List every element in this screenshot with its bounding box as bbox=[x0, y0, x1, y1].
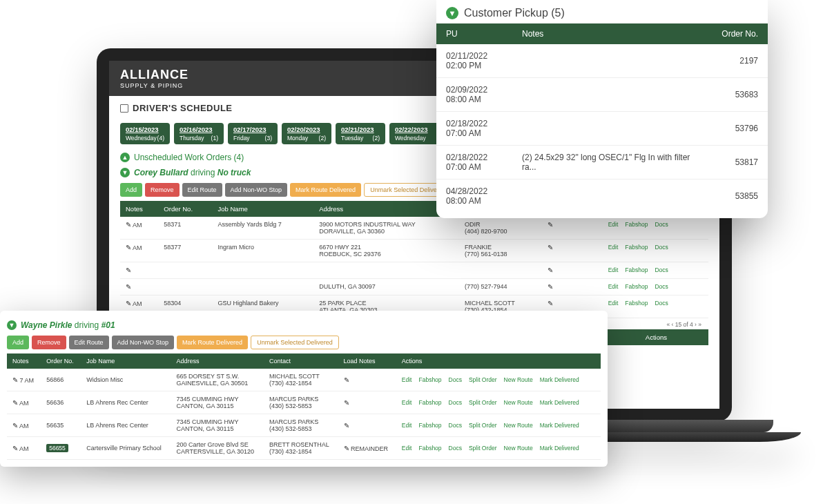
date-pill[interactable]: 02/17/2023Friday(3) bbox=[228, 123, 278, 144]
mark-del-link[interactable]: Mark Delivered bbox=[540, 445, 586, 452]
fabshop-link[interactable]: Fabshop bbox=[418, 422, 448, 429]
edit-link[interactable]: Edit bbox=[608, 283, 626, 290]
pencil-icon[interactable]: ✎ bbox=[126, 266, 131, 274]
docs-link[interactable]: Docs bbox=[655, 221, 675, 228]
pencil-icon[interactable]: ✎ bbox=[344, 376, 349, 384]
col-header[interactable]: Contact bbox=[264, 353, 338, 369]
fabshop-link[interactable]: Fabshop bbox=[418, 376, 448, 383]
date-pill[interactable]: 02/20/2023Monday(2) bbox=[282, 123, 331, 144]
new-route-link[interactable]: New Route bbox=[504, 399, 540, 406]
fabshop-link[interactable]: Fabshop bbox=[625, 221, 655, 228]
pencil-icon[interactable]: ✎ bbox=[344, 445, 349, 452]
fabshop-link[interactable]: Fabshop bbox=[625, 300, 655, 307]
add-non-wo-button[interactable]: Add Non-WO Stop bbox=[225, 183, 288, 197]
mark-del-link[interactable]: Mark Delivered bbox=[540, 422, 586, 429]
docs-link[interactable]: Docs bbox=[655, 266, 675, 273]
mark-delivered-button[interactable]: Mark Route Delivered bbox=[177, 336, 248, 349]
unscheduled-label[interactable]: Unscheduled Work Orders (4) bbox=[134, 153, 244, 162]
pencil-icon[interactable]: ✎ bbox=[12, 445, 18, 452]
pickup-row[interactable]: 02/18/202207:00 AM(2) 24.5x29 32" long O… bbox=[436, 146, 768, 180]
chevron-down-icon[interactable]: ▼ bbox=[7, 320, 17, 330]
col-header[interactable]: Order No. bbox=[158, 201, 212, 217]
mark-del-link[interactable]: Mark Delivered bbox=[540, 399, 586, 406]
date-pill[interactable]: 02/21/2023Tuesday(2) bbox=[336, 123, 385, 144]
edit-link[interactable]: Edit bbox=[608, 221, 626, 228]
pencil-icon[interactable]: ✎ bbox=[12, 376, 18, 384]
edit-link[interactable]: Edit bbox=[402, 399, 419, 406]
edit-link[interactable]: Edit bbox=[608, 300, 626, 307]
add-button[interactable]: Add bbox=[120, 183, 142, 197]
date-pill[interactable]: 02/22/2023Wednesday bbox=[389, 123, 439, 144]
table-row: ✎ DULUTH, GA 30097 (770) 527-7944 ✎ Edit… bbox=[120, 279, 708, 295]
new-route-link[interactable]: New Route bbox=[504, 376, 540, 383]
fabshop-link[interactable]: Fabshop bbox=[625, 283, 655, 290]
add-button[interactable]: Add bbox=[7, 336, 29, 349]
col-header[interactable]: Address bbox=[171, 353, 264, 369]
pencil-icon[interactable]: ✎ bbox=[126, 283, 131, 291]
pencil-icon[interactable]: ✎ bbox=[12, 399, 18, 407]
remove-button[interactable]: Remove bbox=[145, 183, 180, 197]
edit-link[interactable]: Edit bbox=[402, 376, 419, 383]
pencil-icon[interactable]: ✎ bbox=[126, 221, 131, 229]
docs-link[interactable]: Docs bbox=[655, 300, 675, 307]
docs-link[interactable]: Docs bbox=[655, 244, 675, 251]
docs-link[interactable]: Docs bbox=[655, 283, 675, 290]
fabshop-link[interactable]: Fabshop bbox=[418, 399, 448, 406]
pickup-row[interactable]: 02/11/202202:00 PM2197 bbox=[436, 44, 768, 78]
pencil-icon[interactable]: ✎ bbox=[548, 266, 553, 274]
fabshop-link[interactable]: Fabshop bbox=[625, 244, 655, 251]
driver-name: Corey Bullard bbox=[134, 168, 188, 177]
pickup-row[interactable]: 02/09/202208:00 AM53683 bbox=[436, 78, 768, 112]
col-header[interactable]: Notes bbox=[120, 201, 158, 217]
col-header[interactable]: Notes bbox=[7, 353, 41, 369]
docs-link[interactable]: Docs bbox=[449, 399, 469, 406]
pickup-row[interactable]: 02/18/202207:00 AM53796 bbox=[436, 112, 768, 146]
date-pill[interactable]: 02/15/2023Wednesday(4) bbox=[120, 123, 170, 144]
date-pill[interactable]: 02/16/2023Thursday(1) bbox=[174, 123, 224, 144]
driver2-truck: #01 bbox=[101, 320, 115, 330]
docs-link[interactable]: Docs bbox=[449, 422, 469, 429]
col-header[interactable]: Actions bbox=[396, 353, 601, 369]
pencil-icon[interactable]: ✎ bbox=[126, 244, 131, 251]
col-header[interactable]: Load Notes bbox=[338, 353, 396, 369]
fabshop-link[interactable]: Fabshop bbox=[625, 266, 655, 273]
new-route-link[interactable]: New Route bbox=[504, 445, 540, 452]
docs-link[interactable]: Docs bbox=[449, 445, 469, 452]
pencil-icon[interactable]: ✎ bbox=[344, 399, 349, 407]
docs-link[interactable]: Docs bbox=[449, 376, 469, 383]
edit-route-button[interactable]: Edit Route bbox=[182, 183, 222, 197]
pencil-icon[interactable]: ✎ bbox=[126, 300, 131, 307]
fabshop-link[interactable]: Fabshop bbox=[418, 445, 448, 452]
split-link[interactable]: Split Order bbox=[469, 422, 504, 429]
split-link[interactable]: Split Order bbox=[469, 399, 504, 406]
pencil-icon[interactable]: ✎ bbox=[548, 283, 553, 291]
chevron-down-icon[interactable]: ▼ bbox=[120, 168, 130, 177]
pickup-row[interactable]: 04/28/202208:00 AM53855 bbox=[436, 180, 768, 213]
col-header[interactable]: Job Name bbox=[213, 201, 314, 217]
edit-link[interactable]: Edit bbox=[608, 266, 626, 273]
new-route-link[interactable]: New Route bbox=[504, 422, 540, 429]
mark-del-link[interactable]: Mark Delivered bbox=[540, 376, 586, 383]
edit-route-button[interactable]: Edit Route bbox=[69, 336, 109, 349]
edit-link[interactable]: Edit bbox=[608, 244, 626, 251]
mark-delivered-button[interactable]: Mark Route Delivered bbox=[290, 183, 361, 197]
unmark-delivered-button[interactable]: Unmark Selected Delivered bbox=[251, 336, 339, 349]
edit-link[interactable]: Edit bbox=[402, 445, 419, 452]
col-header[interactable]: Job Name bbox=[81, 353, 171, 369]
edit-link[interactable]: Edit bbox=[402, 422, 419, 429]
chevron-up-icon[interactable]: ▲ bbox=[120, 153, 130, 162]
split-link[interactable]: Split Order bbox=[469, 445, 504, 452]
split-link[interactable]: Split Order bbox=[469, 376, 504, 383]
pencil-icon[interactable]: ✎ bbox=[344, 422, 349, 429]
route-table: NotesOrder No.Job NameAddressContactLoad… bbox=[120, 201, 708, 318]
add-non-wo-button[interactable]: Add Non-WO Stop bbox=[112, 336, 175, 349]
pencil-icon[interactable]: ✎ bbox=[12, 422, 18, 429]
pencil-icon[interactable]: ✎ bbox=[548, 221, 553, 229]
col-order: Order No. bbox=[706, 23, 768, 44]
driver2-table: NotesOrder No.Job NameAddressContactLoad… bbox=[7, 353, 601, 460]
remove-button[interactable]: Remove bbox=[32, 336, 66, 349]
pencil-icon[interactable]: ✎ bbox=[548, 244, 553, 251]
col-header[interactable]: Order No. bbox=[41, 353, 81, 369]
chevron-down-icon[interactable]: ▼ bbox=[446, 7, 458, 19]
pencil-icon[interactable]: ✎ bbox=[548, 300, 553, 307]
